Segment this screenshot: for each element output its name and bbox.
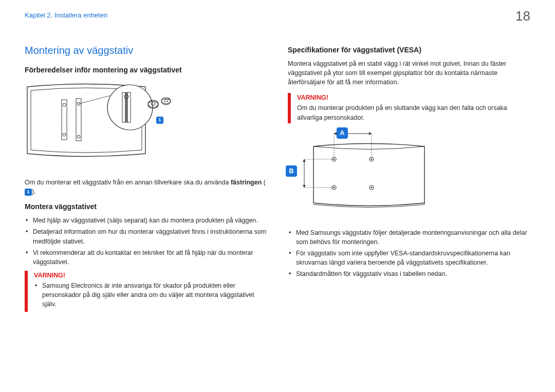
badge-a-icon: A [337, 127, 348, 139]
warning-box-left: VARNING! Samsung Electronics är inte ans… [25, 271, 267, 312]
note-post: ( [262, 179, 266, 186]
note-end: ). [32, 188, 36, 195]
list-item: Standardmåtten för väggstativ visas i ta… [296, 269, 530, 278]
list-item: Med Samsungs väggstativ följer detaljera… [296, 228, 530, 247]
chapter-label: Kapitel 2. Installera enheten [25, 11, 107, 19]
badge-one-icon: 1 [156, 117, 163, 124]
page-number: 18 [515, 8, 530, 24]
vesa-figure: A B [293, 128, 452, 221]
list-item: Detaljerad information om hur du montera… [33, 227, 267, 246]
left-column: Montering av väggstativ Förberedelser in… [25, 45, 267, 317]
svg-rect-9 [125, 92, 128, 122]
warning-content: VARNING! Samsung Electronics är inte ans… [28, 271, 267, 312]
right-column: Specifikationer för väggstativet (VESA) … [288, 45, 530, 317]
list-item: För väggstativ som inte uppfyller VESA-s… [296, 249, 530, 267]
svg-point-3 [63, 133, 66, 136]
vesa-illustration [302, 128, 436, 221]
badge-b-icon: B [286, 165, 297, 177]
svg-point-28 [334, 158, 335, 160]
prep-note-text: Om du monterar ett väggstativ från en an… [25, 178, 267, 196]
prep-figure: 1 [25, 79, 267, 176]
note-bold: fästringen [231, 179, 262, 186]
warning-label: VARNING! [34, 272, 267, 279]
warning-content: VARNING! Om du monterar produkten på en … [291, 93, 530, 123]
prep-subtitle: Förberedelser inför montering av väggsta… [25, 66, 267, 74]
list-item: Vi rekommenderar att du kontaktar en tek… [33, 248, 267, 267]
warning-label: VARNING! [297, 94, 530, 101]
svg-point-30 [334, 186, 335, 188]
svg-point-16 [164, 100, 168, 102]
svg-rect-0 [62, 100, 67, 140]
spec-body-text: Montera väggstativet på en stabil vägg i… [288, 59, 530, 87]
list-item: Med hjälp av väggstativet (säljs separat… [33, 216, 267, 225]
warning-text: Om du monterar produkten på en sluttande… [297, 103, 530, 122]
svg-point-31 [371, 186, 373, 188]
svg-point-5 [77, 135, 80, 138]
svg-point-29 [371, 158, 373, 160]
badge-one-inline-icon: 1 [25, 189, 32, 196]
svg-rect-1 [76, 99, 81, 141]
mount-bullet-list: Med hjälp av väggstativet (säljs separat… [25, 216, 267, 267]
page-header: Kapitel 2. Installera enheten 18 [25, 11, 530, 24]
mount-subtitle: Montera väggstativet [25, 202, 267, 211]
svg-point-17 [168, 99, 169, 100]
warning-box-right: VARNING! Om du monterar produkten på en … [288, 93, 530, 123]
note-pre: Om du monterar ett väggstativ från en an… [25, 179, 231, 186]
spec-bullet-list: Med Samsungs väggstativ följer detaljera… [288, 228, 530, 279]
svg-point-7 [107, 85, 153, 130]
two-column-layout: Montering av väggstativ Förberedelser in… [25, 45, 530, 317]
section-title: Montering av väggstativ [25, 45, 267, 57]
spec-subtitle: Specifikationer för väggstativet (VESA) [288, 46, 530, 54]
document-page: Kapitel 2. Installera enheten 18 Monteri… [0, 0, 555, 332]
svg-point-2 [63, 103, 66, 106]
warning-bullet: Samsung Electronics är inte ansvariga fö… [42, 281, 267, 309]
figure-badge-1-callout: 1 [156, 115, 163, 124]
